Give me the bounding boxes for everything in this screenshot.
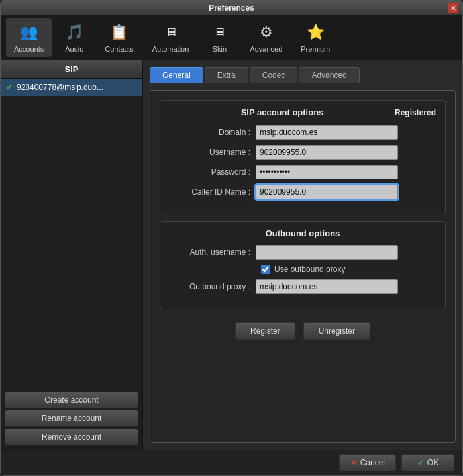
titlebar: Preferences ✕ — [1, 1, 462, 15]
register-button-row: Register Unregister — [160, 322, 446, 340]
account-name: 928400778@msip.duo... — [17, 83, 103, 92]
ok-icon: ✔ — [417, 458, 424, 467]
caller-id-input[interactable] — [256, 185, 398, 199]
sidebar-account-item[interactable]: ✔ 928400778@msip.duo... — [1, 79, 142, 96]
premium-label: Premium — [301, 45, 330, 53]
accounts-label: Accounts — [14, 45, 44, 53]
tab-general[interactable]: General — [150, 67, 203, 83]
domain-label: Domain : — [170, 128, 256, 137]
toolbar-accounts[interactable]: 👥 Accounts — [6, 18, 52, 57]
use-outbound-proxy-checkbox[interactable] — [261, 265, 270, 274]
outbound-proxy-group: Outbound proxy : — [170, 279, 436, 294]
password-label: Password : — [170, 167, 256, 177]
use-outbound-proxy-row: Use outbound proxy — [170, 265, 436, 274]
outbound-proxy-input[interactable] — [256, 279, 398, 294]
ok-label: OK — [427, 458, 438, 467]
username-input[interactable] — [256, 145, 398, 160]
tab-advanced[interactable]: Advanced — [299, 67, 359, 83]
auth-username-group: Auth. username : — [170, 245, 436, 260]
caller-id-label: Caller ID Name : — [170, 187, 256, 197]
ok-button[interactable]: ✔ OK — [401, 454, 454, 471]
toolbar-audio[interactable]: 🎵 Audio — [54, 18, 94, 57]
cancel-button[interactable]: ✕ Cancel — [339, 454, 396, 471]
auth-username-label: Auth. username : — [170, 248, 256, 257]
toolbar-premium[interactable]: ⭐ Premium — [293, 18, 338, 57]
automation-icon: 🖥 — [160, 22, 181, 43]
premium-icon: ⭐ — [305, 22, 326, 43]
panel-body: SIP account options Registered Domain : … — [150, 90, 456, 443]
audio-label: Audio — [65, 45, 83, 53]
username-group: Username : — [170, 145, 436, 160]
cancel-label: Cancel — [360, 458, 385, 467]
panel: General Extra Codec Advanced SIP account… — [143, 60, 462, 450]
remove-account-button[interactable]: Remove account — [5, 428, 138, 446]
contacts-icon: 📋 — [109, 22, 130, 43]
sip-section-header: SIP account options Registered — [170, 107, 436, 117]
unregister-button[interactable]: Unregister — [303, 322, 370, 340]
password-input[interactable] — [256, 165, 398, 179]
password-group: Password : — [170, 165, 436, 179]
register-button[interactable]: Register — [235, 322, 295, 340]
rename-account-button[interactable]: Rename account — [5, 410, 138, 427]
tab-extra[interactable]: Extra — [205, 67, 248, 83]
toolbar-advanced[interactable]: ⚙ Advanced — [242, 18, 290, 57]
tabs: General Extra Codec Advanced — [150, 67, 456, 83]
sip-section-status: Registered — [395, 108, 436, 117]
cancel-icon: ✕ — [350, 458, 357, 467]
sip-account-options-box: SIP account options Registered Domain : … — [160, 100, 446, 214]
toolbar-automation[interactable]: 🖥 Automation — [144, 18, 197, 57]
domain-group: Domain : — [170, 125, 436, 140]
advanced-icon: ⚙ — [256, 22, 277, 43]
create-account-button[interactable]: Create account — [5, 391, 138, 408]
skin-icon: 🖥 — [209, 22, 230, 43]
username-label: Username : — [170, 148, 256, 157]
toolbar: 👥 Accounts 🎵 Audio 📋 Contacts 🖥 Automati… — [1, 15, 462, 60]
bottom-bar: ✕ Cancel ✔ OK — [1, 450, 462, 475]
accounts-icon: 👥 — [19, 22, 40, 43]
account-check-icon: ✔ — [6, 83, 13, 92]
domain-input[interactable] — [256, 125, 398, 140]
auth-username-input[interactable] — [256, 245, 398, 260]
sidebar-title: SIP — [1, 60, 142, 79]
advanced-label: Advanced — [250, 45, 282, 53]
main-content: SIP ✔ 928400778@msip.duo... Create accou… — [1, 60, 462, 450]
toolbar-contacts[interactable]: 📋 Contacts — [97, 18, 141, 57]
sidebar-list: ✔ 928400778@msip.duo... — [1, 79, 142, 387]
window-title: Preferences — [209, 3, 254, 13]
outbound-options-box: Outbound options Auth. username : Use ou… — [160, 221, 446, 309]
toolbar-skin[interactable]: 🖥 Skin — [199, 18, 239, 57]
skin-label: Skin — [213, 45, 227, 53]
outbound-proxy-label: Outbound proxy : — [170, 282, 256, 291]
sip-section-title: SIP account options — [170, 107, 395, 117]
close-button[interactable]: ✕ — [448, 3, 458, 13]
sidebar-buttons: Create account Rename account Remove acc… — [1, 387, 142, 450]
outbound-section-title: Outbound options — [170, 228, 436, 238]
audio-icon: 🎵 — [64, 22, 85, 43]
sidebar: SIP ✔ 928400778@msip.duo... Create accou… — [1, 60, 143, 450]
use-outbound-proxy-label: Use outbound proxy — [274, 265, 345, 274]
caller-id-group: Caller ID Name : — [170, 185, 436, 199]
automation-label: Automation — [152, 45, 189, 53]
contacts-label: Contacts — [105, 45, 133, 53]
preferences-window: Preferences ✕ 👥 Accounts 🎵 Audio 📋 Conta… — [0, 0, 463, 476]
tab-codec[interactable]: Codec — [250, 67, 298, 83]
